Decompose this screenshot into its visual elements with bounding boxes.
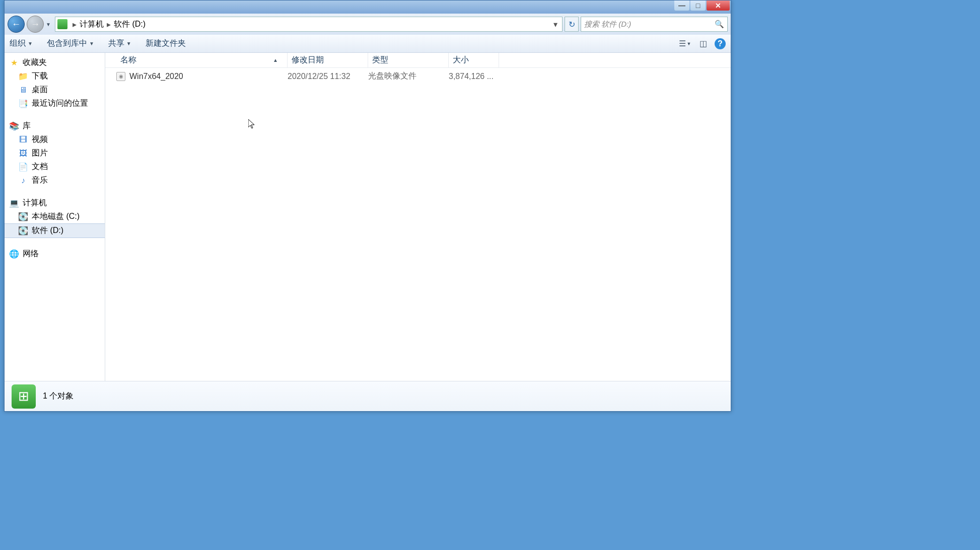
breadcrumb-sep: ▸ [73, 20, 77, 29]
music-icon: ♪ [19, 176, 28, 185]
search-placeholder: 搜索 软件 (D:) [584, 20, 631, 29]
star-icon: ★ [10, 58, 19, 67]
breadcrumb-part-drive[interactable]: 软件 (D:) [114, 19, 146, 30]
column-label: 修改日期 [292, 55, 324, 64]
file-row[interactable]: ◉ Win7x64_2020 2020/12/25 11:32 光盘映像文件 3… [105, 68, 731, 85]
window-controls: — □ ✕ [674, 1, 730, 11]
search-input[interactable]: 搜索 软件 (D:) 🔍 [581, 17, 728, 32]
file-cell-size: 3,874,126 ... [449, 72, 499, 81]
document-icon: 📄 [19, 163, 28, 172]
organize-label: 组织 [10, 38, 26, 49]
breadcrumb-part-computer[interactable]: 计算机 [80, 19, 104, 30]
sidebar-label: 视频 [32, 134, 48, 145]
mouse-cursor-icon [248, 119, 256, 132]
column-header-size[interactable]: 大小 [449, 53, 499, 67]
sidebar-head-favorites[interactable]: ★ 收藏夹 [5, 56, 105, 69]
drive-icon: 💽 [19, 212, 28, 221]
sidebar-item-desktop[interactable]: 🖥 桌面 [5, 83, 105, 97]
sidebar-label: 下载 [32, 71, 48, 82]
sidebar-item-music[interactable]: ♪ 音乐 [5, 174, 105, 187]
preview-pane-button[interactable]: ◫ [696, 38, 710, 50]
share-menu[interactable]: 共享 ▼ [108, 38, 131, 49]
chevron-down-icon: ▼ [89, 41, 94, 46]
sidebar-label: 网络 [23, 249, 39, 259]
sidebar-item-recent[interactable]: 📑 最近访问的位置 [5, 97, 105, 110]
status-drive-icon: ⊞ [12, 384, 36, 409]
organize-menu[interactable]: 组织 ▼ [10, 38, 33, 49]
sidebar-head-libraries[interactable]: 📚 库 [5, 119, 105, 133]
column-label: 大小 [453, 55, 469, 64]
chevron-down-icon: ▼ [28, 41, 33, 46]
sidebar-group-favorites: ★ 收藏夹 📁 下载 🖥 桌面 📑 最近访问的位置 [5, 56, 105, 110]
status-text: 1 个对象 [43, 391, 74, 402]
titlebar: — □ ✕ [5, 1, 731, 14]
sidebar-item-pictures[interactable]: 🖼 图片 [5, 146, 105, 160]
sidebar-item-documents[interactable]: 📄 文档 [5, 160, 105, 174]
sidebar-item-downloads[interactable]: 📁 下载 [5, 69, 105, 83]
navigation-pane: ★ 收藏夹 📁 下载 🖥 桌面 📑 最近访问的位置 📚 [5, 53, 105, 381]
sidebar-group-computer: 💻 计算机 💽 本地磁盘 (C:) 💽 软件 (D:) [5, 196, 105, 238]
main-area: ★ 收藏夹 📁 下载 🖥 桌面 📑 最近访问的位置 📚 [5, 53, 731, 381]
column-header-name[interactable]: 名称 ▲ [116, 53, 288, 67]
sidebar-label: 计算机 [23, 198, 47, 208]
help-button[interactable]: ? [715, 38, 726, 49]
column-header-type[interactable]: 类型 [368, 53, 449, 67]
sidebar-head-computer[interactable]: 💻 计算机 [5, 196, 105, 210]
new-folder-label: 新建文件夹 [146, 38, 186, 49]
file-name-label: Win7x64_2020 [129, 72, 183, 81]
toolbar-right: ☰▼ ◫ ? [678, 38, 726, 50]
column-header-date[interactable]: 修改日期 [288, 53, 368, 67]
include-library-menu[interactable]: 包含到库中 ▼ [47, 38, 94, 49]
status-bar: ⊞ 1 个对象 [5, 381, 731, 411]
video-icon: 🎞 [19, 135, 28, 144]
maximize-button[interactable]: □ [690, 1, 706, 11]
folder-icon: 📁 [19, 72, 28, 81]
iso-file-icon: ◉ [116, 72, 125, 81]
view-options-button[interactable]: ☰▼ [678, 38, 691, 50]
explorer-window: — □ ✕ ← → ▼ ▸ 计算机 ▸ 软件 (D:) ▾ ↻ 搜索 软件 (D… [4, 0, 731, 412]
sidebar-label: 软件 (D:) [32, 225, 63, 236]
file-cell-name: ◉ Win7x64_2020 [116, 72, 288, 81]
recent-icon: 📑 [19, 99, 28, 108]
refresh-button[interactable]: ↻ [565, 17, 579, 32]
drive-icon [57, 19, 67, 29]
new-folder-button[interactable]: 新建文件夹 [146, 38, 186, 49]
toolbar: 组织 ▼ 包含到库中 ▼ 共享 ▼ 新建文件夹 ☰▼ ◫ ? [5, 35, 731, 53]
sidebar-head-network[interactable]: 🌐 网络 [5, 247, 105, 261]
picture-icon: 🖼 [19, 149, 28, 158]
desktop-icon: 🖥 [19, 86, 28, 95]
file-list-pane: 名称 ▲ 修改日期 类型 大小 ◉ Win7x64_2020 2020/ [105, 53, 731, 381]
sidebar-group-network: 🌐 网络 [5, 247, 105, 261]
file-cell-date: 2020/12/25 11:32 [288, 72, 368, 81]
sort-indicator-icon: ▲ [273, 57, 278, 63]
sidebar-item-local-c[interactable]: 💽 本地磁盘 (C:) [5, 210, 105, 223]
share-label: 共享 [108, 38, 124, 49]
sidebar-label: 文档 [32, 162, 48, 172]
search-icon: 🔍 [715, 20, 724, 29]
address-bar: ← → ▼ ▸ 计算机 ▸ 软件 (D:) ▾ ↻ 搜索 软件 (D:) 🔍 [5, 14, 731, 35]
sidebar-item-videos[interactable]: 🎞 视频 [5, 133, 105, 146]
sidebar-label: 库 [23, 121, 31, 131]
sidebar-label: 本地磁盘 (C:) [32, 211, 80, 222]
sidebar-label: 桌面 [32, 85, 48, 95]
drive-icon: 💽 [19, 226, 28, 235]
column-headers: 名称 ▲ 修改日期 类型 大小 [105, 53, 731, 68]
network-icon: 🌐 [10, 250, 19, 259]
minimize-button[interactable]: — [674, 1, 689, 11]
library-icon: 📚 [10, 122, 19, 131]
breadcrumb-sep: ▸ [107, 20, 111, 29]
chevron-down-icon: ▼ [126, 41, 131, 46]
breadcrumb-dropdown[interactable]: ▾ [551, 20, 560, 29]
forward-button[interactable]: → [27, 16, 44, 33]
sidebar-item-soft-d[interactable]: 💽 软件 (D:) [5, 223, 105, 238]
nav-history-dropdown[interactable]: ▼ [46, 22, 53, 27]
breadcrumb[interactable]: ▸ 计算机 ▸ 软件 (D:) ▾ [55, 17, 563, 32]
column-label: 名称 [120, 55, 136, 65]
column-label: 类型 [372, 55, 388, 64]
computer-icon: 💻 [10, 199, 19, 208]
sidebar-group-libraries: 📚 库 🎞 视频 🖼 图片 📄 文档 ♪ 音乐 [5, 119, 105, 187]
sidebar-label: 图片 [32, 148, 48, 159]
close-button[interactable]: ✕ [707, 1, 730, 11]
back-button[interactable]: ← [8, 16, 25, 33]
include-label: 包含到库中 [47, 38, 87, 49]
